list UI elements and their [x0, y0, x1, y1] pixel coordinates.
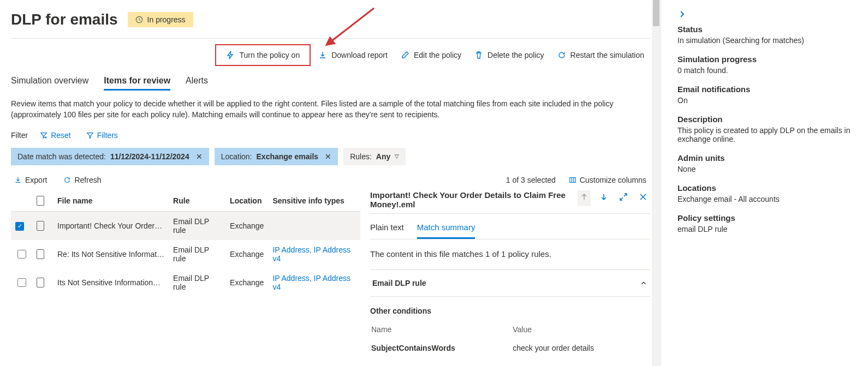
edit-policy-button[interactable]: Edit the policy	[395, 44, 467, 66]
tab-items-for-review[interactable]: Items for review	[104, 73, 170, 91]
rules-filter-chip[interactable]: Rules: Any ▽	[343, 148, 406, 165]
side-panel: StatusIn simulation (Searching for match…	[661, 0, 868, 366]
funnel-icon	[86, 131, 94, 139]
status-heading: Status	[677, 25, 858, 34]
row-checkbox[interactable]	[17, 278, 26, 287]
download-icon	[318, 51, 327, 59]
file-name-cell: Re: Its Not Sensitive Informat…	[57, 250, 164, 259]
close-detail-button[interactable]	[637, 190, 650, 206]
date-chip-label: Date match was detected:	[17, 152, 106, 161]
tab-alerts[interactable]: Alerts	[186, 73, 208, 91]
next-item-button[interactable]	[597, 190, 610, 206]
col-sit[interactable]: Sensitive info types	[268, 190, 360, 212]
refresh-button[interactable]: Refresh	[60, 175, 104, 185]
tab-plain-text[interactable]: Plain text	[370, 217, 404, 239]
filter-controls: Filter Reset Filters	[11, 130, 650, 140]
restart-label: Restart the simulation	[570, 51, 644, 59]
divider	[11, 38, 650, 39]
settings-heading: Policy settings	[677, 213, 858, 223]
cond-name-header: Name	[371, 322, 512, 337]
close-icon[interactable]: ✕	[325, 152, 331, 161]
col-file[interactable]: File name	[53, 190, 169, 212]
tab-simulation-overview[interactable]: Simulation overview	[11, 73, 88, 91]
tab-match-summary[interactable]: Match summary	[417, 217, 475, 239]
sit-cell[interactable]: IP Address, IP Address v4	[272, 245, 350, 263]
chevron-down-icon: ▽	[395, 153, 399, 159]
admin-value: None	[677, 165, 858, 173]
export-button[interactable]: Export	[11, 175, 50, 185]
export-label: Export	[25, 176, 47, 184]
email-value: On	[677, 96, 858, 105]
description-value: This policy is created to apply DLP on t…	[677, 126, 858, 143]
delete-policy-button[interactable]: Delete the policy	[469, 44, 550, 66]
col-rule[interactable]: Rule	[169, 190, 225, 212]
refresh-label: Refresh	[74, 176, 101, 184]
status-badge: In progress	[128, 12, 193, 27]
location-cell: Exchange	[225, 268, 268, 297]
rule-name: Email DLP rule	[372, 279, 426, 287]
conditions-table: Name Value SubjectContainsWords check yo…	[370, 321, 650, 359]
arrow-down-icon	[599, 193, 608, 201]
row-checkbox[interactable]	[17, 250, 26, 259]
table-row[interactable]: Re: Its Not Sensitive Informat… Email DL…	[11, 240, 360, 268]
detail-panel: Important! Check Your Order Details to C…	[370, 190, 650, 359]
prev-item-button[interactable]	[578, 190, 591, 206]
clock-icon	[135, 16, 143, 23]
expand-icon	[619, 193, 628, 201]
download-report-button[interactable]: Download report	[313, 44, 393, 66]
customize-columns-button[interactable]: Customize columns	[566, 175, 650, 185]
rules-chip-label: Rules:	[350, 152, 372, 161]
rule-cell: Email DLP rule	[169, 240, 225, 268]
rules-chip-value: Any	[376, 152, 390, 161]
detail-title: Important! Check Your Order Details to C…	[370, 190, 578, 209]
pencil-icon	[401, 51, 409, 59]
admin-heading: Admin units	[677, 153, 858, 163]
cond-value-header: Value	[513, 322, 649, 337]
download-label: Download report	[331, 51, 388, 59]
restart-simulation-button[interactable]: Restart the simulation	[552, 44, 650, 66]
detail-tabs: Plain text Match summary	[370, 217, 650, 239]
filter-chips: Date match was detected: 11/12/2024-11/1…	[11, 148, 650, 165]
document-icon	[37, 249, 44, 259]
page-header: DLP for emails In progress	[11, 11, 650, 28]
table-row[interactable]: ✓ Important! Check Your Order… Email DLP…	[11, 211, 360, 240]
locations-heading: Locations	[677, 183, 858, 193]
funnel-reset-icon	[40, 131, 47, 139]
lightning-icon	[226, 51, 235, 59]
close-icon[interactable]: ✕	[196, 152, 203, 161]
col-location[interactable]: Location	[225, 190, 268, 212]
scrollbar[interactable]	[652, 0, 661, 366]
progress-heading: Simulation progress	[677, 55, 858, 64]
match-summary-text: The content in this file matches 1 of 1 …	[370, 249, 650, 259]
page-description: Review items that match your policy to d…	[11, 98, 639, 121]
date-filter-chip[interactable]: Date match was detected: 11/12/2024-11/1…	[11, 148, 209, 165]
expand-button[interactable]	[617, 190, 630, 206]
rule-accordion[interactable]: Email DLP rule	[370, 269, 650, 297]
location-cell: Exchange	[225, 211, 268, 240]
status-value: In simulation (Searching for matches)	[677, 36, 858, 45]
row-checkbox[interactable]: ✓	[15, 222, 24, 231]
collapse-panel-button[interactable]	[677, 10, 686, 21]
chevron-up-icon	[640, 279, 647, 287]
page-title: DLP for emails	[11, 11, 118, 28]
scrollbar-thumb[interactable]	[653, 0, 659, 26]
description-heading: Description	[677, 115, 858, 124]
arrow-up-icon	[580, 193, 588, 201]
chevron-right-icon	[677, 10, 686, 19]
download-icon	[14, 176, 22, 184]
open-filters-button[interactable]: Filters	[83, 130, 121, 140]
restart-icon	[557, 51, 566, 59]
progress-value: 0 match found.	[677, 66, 858, 75]
reset-filters-button[interactable]: Reset	[37, 130, 74, 140]
items-table: File name Rule Location Sensitive info t…	[11, 190, 360, 297]
turn-policy-on-button[interactable]: Turn the policy on	[221, 47, 305, 63]
delete-label: Delete the policy	[487, 51, 544, 59]
location-filter-chip[interactable]: Location: Exchange emails ✕	[215, 148, 338, 165]
filter-label: Filter	[11, 131, 28, 140]
table-row[interactable]: Its Not Sensitive Information… Email DLP…	[11, 268, 360, 297]
turn-on-highlight: Turn the policy on	[215, 44, 311, 66]
columns-icon	[569, 176, 576, 184]
sit-cell[interactable]: IP Address, IP Address v4	[272, 274, 350, 291]
customize-label: Customize columns	[580, 176, 646, 184]
location-cell: Exchange	[225, 240, 268, 268]
